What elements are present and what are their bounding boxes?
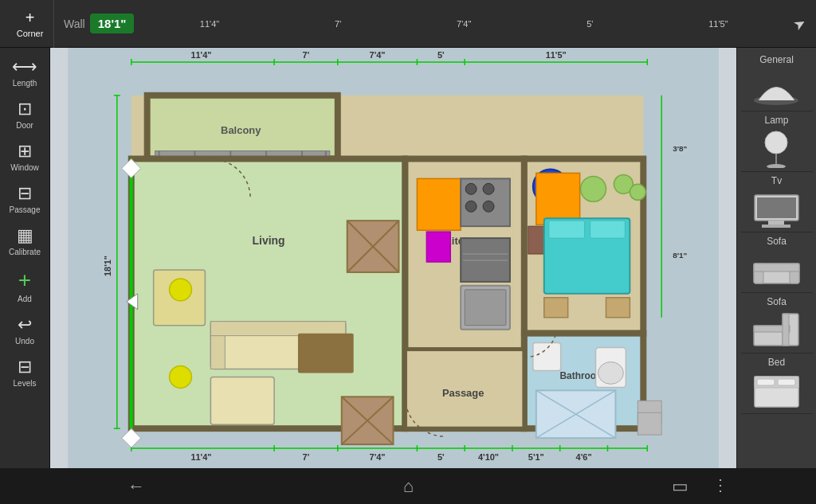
svg-rect-93 [590, 221, 626, 238]
dim-top-1: 11'4" [200, 19, 219, 29]
sidebar-label-undo: Undo [15, 337, 34, 346]
svg-rect-123 [783, 314, 789, 346]
svg-point-79 [465, 183, 477, 194]
undo-icon: ↩ [18, 315, 32, 335]
svg-text:11'5": 11'5" [546, 50, 567, 60]
canvas-area[interactable]: 11'4" 7' 7'4" 5' 11'5" 18'1" 11'4" 7' 7'… [50, 48, 736, 468]
dim-top-4: 5' [586, 19, 593, 29]
corner-button[interactable]: + Corner [6, 0, 54, 48]
wall-value: 18'1" [90, 14, 135, 33]
furniture-general[interactable]: General [741, 51, 813, 111]
svg-rect-84 [465, 290, 506, 326]
svg-point-65 [170, 279, 192, 301]
sidebar-item-calibrate[interactable]: ▦ Calibrate [2, 221, 48, 261]
svg-text:7': 7' [303, 452, 310, 462]
furniture-lamp[interactable]: Lamp [741, 111, 813, 172]
svg-rect-98 [533, 343, 561, 371]
svg-rect-76 [536, 173, 580, 225]
sidebar-item-passage[interactable]: ⊟ Passage [2, 178, 48, 219]
svg-rect-119 [754, 264, 799, 272]
svg-text:3'8": 3'8" [673, 144, 687, 153]
furniture-general-label: General [759, 54, 794, 65]
furniture-tv[interactable]: Tv [741, 172, 813, 232]
sidebar-label-passage: Passage [10, 205, 41, 214]
dim-top-5: 11'5" [708, 19, 728, 29]
passage-icon: ⊟ [18, 183, 32, 204]
sidebar-item-levels[interactable]: ⊟ Levels [2, 352, 48, 393]
svg-rect-95 [606, 298, 630, 318]
sidebar-label-calibrate: Calibrate [9, 248, 41, 256]
corner-label: Corner [17, 29, 44, 38]
svg-text:18'1": 18'1" [103, 256, 112, 276]
right-panel: General Lamp Tv [736, 48, 816, 468]
sidebar-label-levels: Levels [14, 379, 37, 388]
svg-rect-127 [778, 379, 795, 385]
svg-point-81 [465, 201, 477, 212]
furniture-bed[interactable]: Bed [741, 354, 813, 414]
svg-rect-115 [762, 225, 790, 228]
svg-text:7': 7' [303, 50, 310, 60]
svg-text:Living: Living [253, 234, 285, 247]
svg-text:4'6": 4'6" [576, 452, 592, 462]
sidebar-item-window[interactable]: ⊞ Window [2, 136, 48, 177]
wall-label: Wall [64, 18, 85, 30]
bottom-navigation: ← ⌂ ▭ [0, 468, 816, 504]
svg-text:Passage: Passage [442, 387, 484, 399]
top-ruler: 11'4" 7' 7'4" 5' 11'5" [134, 19, 794, 29]
svg-point-90 [630, 184, 645, 200]
furniture-sofa1[interactable]: Sofa [741, 232, 813, 293]
svg-point-109 [765, 131, 787, 154]
furniture-bed-label: Bed [768, 357, 785, 368]
sidebar-item-add[interactable]: + Add [2, 263, 48, 308]
furniture-sofa2-label: Sofa [767, 296, 787, 307]
sidebar-label-length: Length [13, 79, 37, 88]
svg-text:7'4": 7'4" [370, 50, 386, 60]
calibrate-icon: ▦ [17, 225, 33, 246]
furniture-sofa2[interactable]: Sofa [741, 293, 813, 354]
compass-icon: ➤ [790, 13, 810, 34]
more-options-button[interactable]: ⋮ [712, 475, 728, 494]
top-toolbar: + Corner Wall 18'1" 11'4" 7' 7'4" 5' 11'… [0, 0, 816, 48]
svg-text:11'4": 11'4" [190, 50, 211, 60]
dim-top-3: 7'4" [457, 19, 471, 29]
svg-point-66 [170, 365, 192, 388]
recents-button[interactable]: ▭ [672, 476, 688, 497]
furniture-lamp-label: Lamp [764, 115, 788, 126]
svg-point-97 [598, 362, 624, 385]
svg-point-80 [483, 183, 494, 194]
window-icon: ⊞ [18, 141, 32, 162]
furniture-tv-preview [749, 189, 805, 229]
svg-text:5': 5' [437, 50, 445, 60]
furniture-lamp-preview [749, 128, 805, 168]
furniture-bed-preview [749, 370, 805, 410]
svg-text:5': 5' [437, 452, 445, 462]
sidebar-label-window: Window [10, 163, 39, 172]
svg-rect-62 [210, 377, 274, 424]
back-button[interactable]: ← [128, 476, 145, 497]
svg-point-111 [767, 164, 786, 168]
sidebar-item-door[interactable]: ⊡ Door [2, 94, 48, 135]
corner-icon: + [26, 9, 35, 27]
main-area: ⟷ Length ⊡ Door ⊞ Window ⊟ Passage ▦ Cal… [0, 48, 816, 468]
furniture-sofa1-label: Sofa [767, 236, 787, 247]
svg-rect-103 [638, 412, 661, 435]
furniture-tv-label: Tv [771, 175, 782, 186]
svg-text:Balcony: Balcony [221, 124, 261, 136]
svg-point-82 [483, 201, 494, 212]
svg-rect-63 [298, 334, 354, 373]
svg-text:8'1": 8'1" [673, 251, 687, 260]
svg-rect-73 [417, 178, 461, 230]
svg-text:7'4": 7'4" [370, 452, 386, 462]
furniture-general-preview [749, 68, 805, 107]
sidebar-item-length[interactable]: ⟷ Length [2, 52, 48, 92]
floorplan-svg[interactable]: 11'4" 7' 7'4" 5' 11'5" 18'1" 11'4" 7' 7'… [50, 48, 736, 468]
sidebar-label-door: Door [16, 121, 33, 130]
svg-rect-74 [426, 232, 450, 262]
furniture-sofa2-preview [749, 310, 805, 350]
home-button[interactable]: ⌂ [403, 476, 414, 497]
door-icon: ⊡ [18, 99, 32, 119]
svg-point-88 [581, 176, 606, 201]
sidebar-item-undo[interactable]: ↩ Undo [2, 310, 48, 350]
svg-rect-113 [757, 197, 796, 218]
svg-text:4'10": 4'10" [478, 452, 499, 462]
